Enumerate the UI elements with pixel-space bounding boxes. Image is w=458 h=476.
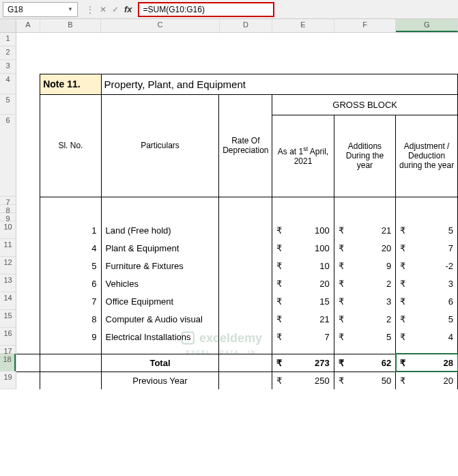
col-header-b[interactable]: B (40, 19, 102, 32)
col-header-g[interactable]: G (396, 19, 458, 32)
header-additions[interactable]: Additions During the year (334, 115, 396, 197)
table-row (16, 33, 458, 46)
table-row: 6Vehicles2023 (16, 275, 458, 292)
table-row (16, 197, 458, 205)
row-header[interactable]: 5 (0, 94, 16, 115)
table-row: Sl. No. Particulars Rate Of Depreciation… (16, 94, 458, 115)
row-headers: 1 2 3 4 5 6 7 8 9 10 11 12 13 14 15 16 1… (0, 33, 16, 389)
table-row: 8Computer & Audio visual2125 (16, 310, 458, 328)
table-row: 9Electrical Installations754 (16, 328, 458, 346)
column-headers: A B C D E F G (0, 19, 458, 33)
row-header[interactable]: 14 (0, 292, 16, 310)
row-header[interactable]: 18 (0, 354, 16, 372)
table-row: 5Furniture & Fixtures109-2 (16, 257, 458, 275)
row-header[interactable]: 3 (0, 60, 16, 74)
formula-bar: G18 ▼ ⋮ ✕ ✓ fx =SUM(G10:G16) (0, 0, 458, 19)
header-adjustment[interactable]: Adjustment / Deduction during the year (396, 115, 458, 197)
grid-container: A B C D E F G 1 2 3 4 5 6 7 8 9 10 11 12… (0, 19, 458, 389)
row-header[interactable]: 8 (0, 205, 16, 213)
table-row: 1Land (Free hold)100215 (16, 221, 458, 239)
check-icon[interactable]: ✓ (112, 5, 119, 14)
row-header[interactable]: 2 (0, 46, 16, 60)
row-header[interactable]: 6 (0, 115, 16, 197)
divider-icon: ⋮ (86, 5, 94, 14)
row-header[interactable]: 7 (0, 197, 16, 205)
row-header[interactable]: 15 (0, 310, 16, 328)
fx-icon[interactable]: fx (124, 4, 132, 14)
name-box[interactable]: G18 ▼ (3, 2, 78, 17)
row-header[interactable]: 9 (0, 213, 16, 221)
note-cell[interactable]: Note 11. (40, 74, 101, 94)
fx-controls: ⋮ ✕ ✓ fx (81, 4, 138, 14)
row-header[interactable]: 16 (0, 328, 16, 346)
total-row: Total2736228 (16, 354, 458, 372)
table-row: 4Plant & Equipment100207 (16, 239, 458, 257)
name-box-value: G18 (8, 5, 23, 14)
row-header[interactable]: 13 (0, 275, 16, 292)
table-row: 7Office Equipment1536 (16, 292, 458, 310)
header-slno[interactable]: Sl. No. (40, 94, 101, 197)
table-row (16, 205, 458, 213)
row-header[interactable]: 4 (0, 74, 16, 94)
row-header[interactable]: 11 (0, 239, 16, 257)
active-cell[interactable]: 28 (396, 354, 458, 372)
header-as-at[interactable]: As at 1st April, 2021 (272, 115, 334, 197)
spreadsheet-table: Note 11. Property, Plant, and Equipment … (16, 33, 458, 389)
col-header-a[interactable]: A (16, 19, 40, 32)
header-rate[interactable]: Rate Of Depreciation (219, 94, 272, 197)
header-particulars[interactable]: Particulars (101, 94, 219, 197)
row-header[interactable]: 12 (0, 257, 16, 275)
row-header[interactable]: 19 (0, 372, 16, 389)
prev-year-row: Previous Year2505020 (16, 372, 458, 389)
title-cell[interactable]: Property, Plant, and Equipment (101, 74, 457, 94)
table-row: Note 11. Property, Plant, and Equipment (16, 74, 458, 94)
col-header-e[interactable]: E (272, 19, 334, 32)
cancel-icon[interactable]: ✕ (100, 5, 106, 14)
sheet-content[interactable]: Note 11. Property, Plant, and Equipment … (16, 33, 458, 389)
row-header[interactable]: 10 (0, 221, 16, 239)
formula-input[interactable]: =SUM(G10:G16) (138, 2, 274, 17)
table-row (16, 46, 458, 60)
select-all-corner[interactable] (0, 19, 16, 32)
chevron-down-icon[interactable]: ▼ (68, 6, 73, 12)
row-header[interactable]: 17 (0, 346, 16, 354)
table-row (16, 60, 458, 74)
table-row (16, 213, 458, 221)
col-header-c[interactable]: C (101, 19, 219, 32)
col-header-d[interactable]: D (220, 19, 273, 32)
table-row (16, 346, 458, 354)
row-header[interactable]: 1 (0, 33, 16, 46)
header-gross-block[interactable]: GROSS BLOCK (272, 94, 458, 115)
col-header-f[interactable]: F (334, 19, 397, 32)
